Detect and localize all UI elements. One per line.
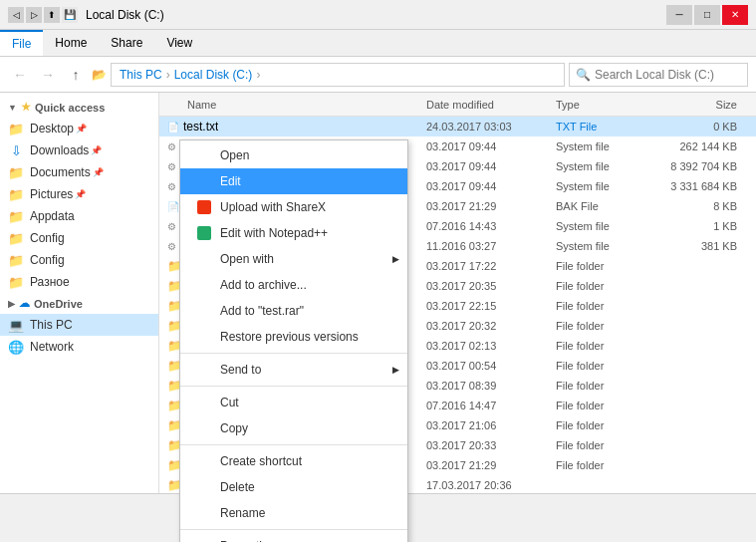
file-date-cell: 03.2017 21:29	[426, 459, 556, 471]
file-date-cell: 03.2017 21:29	[426, 200, 556, 212]
tab-share[interactable]: Share	[99, 30, 154, 56]
sidebar-item-downloads[interactable]: ⇩ Downloads 📌	[0, 139, 158, 161]
sidebar: ▼ ★ Quick access 📁 Desktop 📌 ⇩ Downloads…	[0, 93, 159, 493]
ctx-item-label: Add to "test.rar"	[220, 304, 304, 318]
file-date-cell: 03.2017 02:13	[426, 340, 556, 352]
col-header-name[interactable]: Name	[167, 99, 426, 111]
ctx-item-sendto[interactable]: Send to	[180, 357, 407, 383]
folder-icon: 📁	[8, 121, 24, 136]
ctx-item-sharex[interactable]: Upload with ShareX	[180, 194, 407, 220]
search-box[interactable]: 🔍	[569, 63, 748, 87]
sidebar-label-documents: Documents	[30, 165, 91, 179]
ctx-item-label: Restore previous versions	[220, 330, 359, 344]
sidebar-label-config1: Config	[30, 231, 65, 245]
ctx-item-cut[interactable]: Cut	[180, 390, 407, 415]
file-type-cell: System file	[556, 160, 665, 172]
back-button[interactable]: ←	[8, 63, 32, 87]
search-input[interactable]	[595, 68, 744, 82]
ctx-icon	[196, 362, 212, 378]
folder-icon7: 📁	[8, 274, 24, 290]
file-date-cell: 03.2017 20:35	[426, 280, 556, 292]
folder-icon3: 📁	[8, 186, 24, 202]
crumb-localdisk[interactable]: Local Disk (C:)	[174, 68, 253, 82]
ctx-item-label: Copy	[220, 421, 248, 435]
sidebar-item-config2[interactable]: 📁 Config	[0, 249, 158, 271]
col-header-type[interactable]: Type	[556, 99, 665, 111]
ctx-item-edit[interactable]: Edit	[180, 168, 407, 194]
forward-button[interactable]: →	[36, 63, 60, 87]
file-size-cell: 381 KB	[665, 240, 745, 252]
table-row[interactable]: 📄 test.txt 24.03.2017 03:03 TXT File 0 K…	[159, 117, 756, 136]
tab-view[interactable]: View	[154, 30, 204, 56]
ctx-item-open[interactable]: Open	[180, 142, 407, 168]
file-type-cell: File folder	[556, 320, 665, 332]
ctx-item-restore[interactable]: Restore previous versions	[180, 324, 407, 350]
ctx-icon	[196, 420, 212, 436]
ctx-item-label: Delete	[220, 480, 255, 494]
context-menu-separator	[180, 444, 407, 445]
download-icon: ⇩	[8, 142, 24, 158]
onedrive-icon: ☁	[19, 297, 30, 310]
file-type-cell: System file	[556, 180, 665, 192]
title-bar-icon: 💾	[62, 7, 78, 23]
ctx-item-notepad[interactable]: Edit with Notepad++	[180, 220, 407, 246]
ctx-icon	[196, 277, 212, 293]
ctx-item-copy[interactable]: Copy	[180, 415, 407, 441]
sidebar-item-network[interactable]: 🌐 Network	[0, 336, 158, 358]
chevron-icon: ▼	[8, 103, 17, 113]
sidebar-item-config1[interactable]: 📁 Config	[0, 227, 158, 249]
ctx-icon	[196, 538, 212, 542]
sidebar-item-appdata[interactable]: 📁 Appdata	[0, 205, 158, 227]
ctx-item-label: Upload with ShareX	[220, 200, 326, 214]
sidebar-item-documents[interactable]: 📁 Documents 📌	[0, 161, 158, 183]
close-button[interactable]: ✕	[722, 5, 748, 25]
ctx-item-properties[interactable]: Properties	[180, 533, 407, 542]
file-date-cell: 03.2017 09:44	[426, 140, 556, 152]
txt-icon: 📄	[167, 122, 179, 133]
ctx-item-label: Open	[220, 148, 249, 162]
tab-home[interactable]: Home	[43, 30, 99, 56]
minimize-button[interactable]: ─	[666, 5, 692, 25]
sidebar-item-desktop[interactable]: 📁 Desktop 📌	[0, 118, 158, 139]
sidebar-icon-star: ★	[21, 101, 31, 114]
col-header-size[interactable]: Size	[665, 99, 745, 111]
file-size-cell: 3 331 684 KB	[665, 180, 745, 192]
sidebar-label-config2: Config	[30, 253, 65, 267]
ctx-item-archive[interactable]: Add to archive...	[180, 272, 407, 298]
ctx-item-rename[interactable]: Rename	[180, 500, 407, 526]
tab-file[interactable]: File	[0, 30, 43, 56]
sidebar-item-raznoe[interactable]: 📁 Разное	[0, 271, 158, 293]
ctx-item-openwith[interactable]: Open with	[180, 246, 407, 272]
file-date-cell: 07.2016 14:43	[426, 220, 556, 232]
sidebar-section-onedrive[interactable]: ▶ ☁ OneDrive	[0, 293, 158, 314]
title-bar-back[interactable]: ◁	[8, 7, 24, 23]
ctx-icon	[196, 147, 212, 163]
ctx-item-rar[interactable]: Add to "test.rar"	[180, 298, 407, 324]
ctx-item-delete[interactable]: Delete	[180, 474, 407, 500]
ctx-item-label: Edit with Notepad++	[220, 226, 328, 240]
pin-icon2: 📌	[91, 145, 102, 155]
sidebar-section-quickaccess[interactable]: ▼ ★ Quick access	[0, 97, 158, 118]
file-date-cell: 03.2017 21:06	[426, 419, 556, 431]
maximize-button[interactable]: □	[694, 5, 720, 25]
up-button[interactable]: ↑	[64, 63, 88, 87]
ctx-item-label: Open with	[220, 252, 274, 266]
ctx-icon	[196, 225, 212, 241]
title-bar-up[interactable]: ⬆	[44, 7, 60, 23]
sidebar-item-thispc[interactable]: 💻 This PC	[0, 314, 158, 336]
crumb-thispc[interactable]: This PC	[120, 68, 162, 82]
file-type-cell: File folder	[556, 260, 665, 272]
ribbon: File Home Share View	[0, 30, 756, 57]
address-crumb-icon: 📂	[92, 68, 107, 82]
sidebar-label-pictures: Pictures	[30, 187, 73, 201]
search-icon: 🔍	[576, 68, 591, 82]
address-path[interactable]: This PC › Local Disk (C:) ›	[111, 63, 565, 87]
title-bar-forward[interactable]: ▷	[26, 7, 42, 23]
ctx-item-label: Edit	[220, 174, 241, 188]
file-date-cell: 03.2017 20:33	[426, 439, 556, 451]
ctx-icon	[196, 505, 212, 521]
col-header-date[interactable]: Date modified	[426, 99, 556, 111]
file-type-cell: BAK File	[556, 200, 665, 212]
ctx-item-createshortcut[interactable]: Create shortcut	[180, 448, 407, 474]
sidebar-item-pictures[interactable]: 📁 Pictures 📌	[0, 183, 158, 205]
